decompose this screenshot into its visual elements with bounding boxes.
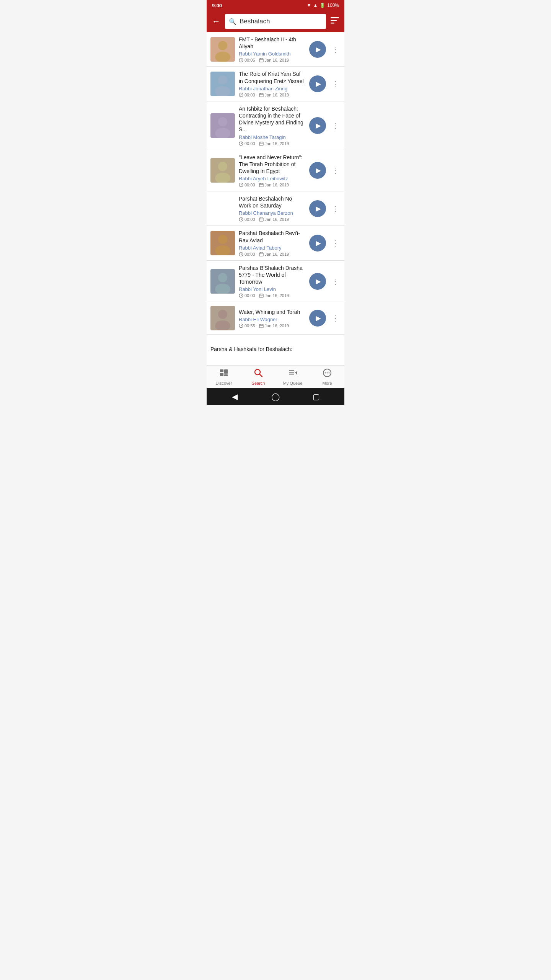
avatar xyxy=(210,158,235,183)
item-rabbi: Rabbi Aviad Tabory xyxy=(239,245,305,251)
status-time: 9:00 xyxy=(212,3,222,8)
nav-queue[interactable]: My Queue xyxy=(276,366,310,388)
play-button[interactable]: ▶ xyxy=(309,310,326,327)
item-meta: 00:00 Jan 16, 2019 xyxy=(239,93,305,97)
svg-point-21 xyxy=(218,117,227,126)
more-options-button[interactable]: ⋮ xyxy=(330,275,341,287)
bottom-nav: Discover Search My Queue xyxy=(207,365,344,388)
play-icon: ▶ xyxy=(316,166,321,175)
more-options-button[interactable]: ⋮ xyxy=(330,203,341,215)
svg-rect-75 xyxy=(220,373,223,376)
item-info: FMT - Beshalach II - 4th Aliyah Rabbi Ya… xyxy=(239,36,305,62)
avatar xyxy=(210,231,235,255)
home-system-button[interactable]: ◯ xyxy=(267,388,284,405)
nav-discover[interactable]: Discover xyxy=(207,366,241,388)
play-icon: ▶ xyxy=(316,204,321,213)
svg-rect-79 xyxy=(289,370,294,371)
svg-point-13 xyxy=(215,86,230,96)
item-date: Jan 16, 2019 xyxy=(259,323,289,328)
svg-point-64 xyxy=(218,310,227,319)
item-info: Parshat Beshalach No Work on Saturday Ra… xyxy=(239,195,305,222)
search-box[interactable]: 🔍 Beshalach xyxy=(225,14,326,29)
play-button[interactable]: ▶ xyxy=(309,273,326,290)
item-info: Parshat Beshalach Revi'i- Rav Aviad Rabb… xyxy=(239,230,305,256)
play-button[interactable]: ▶ xyxy=(309,162,326,179)
svg-point-30 xyxy=(218,162,227,171)
item-meta: 00:00 Jan 16, 2019 xyxy=(239,141,305,146)
play-button[interactable]: ▶ xyxy=(309,75,326,92)
item-duration: 00:00 xyxy=(239,183,255,187)
filter-button[interactable] xyxy=(329,16,341,28)
svg-point-55 xyxy=(218,273,227,282)
item-date: Jan 16, 2019 xyxy=(259,141,289,146)
item-info: "Leave and Never Return": The Torah Proh… xyxy=(239,154,305,188)
nav-search[interactable]: Search xyxy=(241,366,276,388)
header: ← 🔍 Beshalach xyxy=(207,11,344,32)
avatar xyxy=(210,37,235,62)
svg-rect-69 xyxy=(259,324,263,328)
more-options-button[interactable]: ⋮ xyxy=(330,78,341,90)
queue-icon xyxy=(288,368,297,380)
svg-point-12 xyxy=(218,75,227,85)
svg-point-31 xyxy=(215,173,230,183)
svg-rect-2 xyxy=(331,23,334,24)
svg-rect-60 xyxy=(259,294,263,297)
item-duration: 00:55 xyxy=(239,323,255,328)
more-options-button[interactable]: ⋮ xyxy=(330,237,341,249)
svg-point-86 xyxy=(329,372,330,374)
more-options-button[interactable]: ⋮ xyxy=(330,43,341,56)
play-button[interactable]: ▶ xyxy=(309,41,326,58)
svg-rect-35 xyxy=(259,183,263,187)
svg-point-84 xyxy=(325,372,326,374)
item-date: Jan 16, 2019 xyxy=(259,93,289,97)
item-date: Jan 16, 2019 xyxy=(259,252,289,256)
play-icon: ▶ xyxy=(316,239,321,247)
item-duration: 00:00 xyxy=(239,217,255,222)
item-meta: 00:00 Jan 16, 2019 xyxy=(239,183,305,187)
item-meta: 00:05 Jan 16, 2019 xyxy=(239,58,305,62)
play-button[interactable]: ▶ xyxy=(309,235,326,252)
back-system-button[interactable]: ◀ xyxy=(226,388,243,405)
svg-rect-76 xyxy=(224,374,228,376)
avatar xyxy=(210,269,235,294)
more-icon xyxy=(323,368,332,380)
svg-marker-82 xyxy=(295,371,297,375)
play-button[interactable]: ▶ xyxy=(309,200,326,217)
svg-point-22 xyxy=(215,128,230,138)
item-date: Jan 16, 2019 xyxy=(259,217,289,222)
search-input[interactable]: Beshalach xyxy=(240,18,322,25)
item-date: Jan 16, 2019 xyxy=(259,183,289,187)
play-button[interactable]: ▶ xyxy=(309,117,326,134)
more-options-button[interactable]: ⋮ xyxy=(330,119,341,132)
more-options-button[interactable]: ⋮ xyxy=(330,312,341,324)
svg-point-56 xyxy=(215,284,230,294)
item-rabbi: Rabbi Aryeh Leibowitz xyxy=(239,176,305,181)
wifi-icon: ▼ xyxy=(307,3,311,8)
back-button[interactable]: ← xyxy=(210,15,222,28)
item-rabbi: Rabbi Eli Wagner xyxy=(239,317,305,322)
svg-rect-26 xyxy=(259,142,263,145)
recents-system-button[interactable]: ▢ xyxy=(308,388,325,405)
item-duration: 00:00 xyxy=(239,293,255,298)
queue-label: My Queue xyxy=(283,381,303,385)
item-title: Water, Whining and Torah xyxy=(239,309,305,315)
item-title: "Leave and Never Return": The Torah Proh… xyxy=(239,154,305,175)
svg-point-65 xyxy=(215,320,230,330)
item-title: Parshas B'Shalach Drasha 5779 - The Worl… xyxy=(239,265,305,286)
item-meta: 00:00 Jan 16, 2019 xyxy=(239,217,305,222)
svg-rect-8 xyxy=(259,59,263,62)
system-nav-bar: ◀ ◯ ▢ xyxy=(207,388,344,405)
item-rabbi: Rabbi Moshe Taragin xyxy=(239,134,305,140)
more-options-button[interactable]: ⋮ xyxy=(330,164,341,176)
content-list: FMT - Beshalach II - 4th Aliyah Rabbi Ya… xyxy=(207,32,344,365)
svg-rect-81 xyxy=(289,374,294,375)
battery-level: 100% xyxy=(327,3,339,8)
search-nav-label: Search xyxy=(252,381,265,385)
item-info: The Role of Kriat Yam Suf in Conquering … xyxy=(239,70,305,97)
item-info: Parshas B'Shalach Drasha 5779 - The Worl… xyxy=(239,265,305,298)
search-nav-icon xyxy=(254,368,263,380)
nav-more[interactable]: More xyxy=(310,366,344,388)
item-duration: 00:00 xyxy=(239,252,255,256)
play-icon: ▶ xyxy=(316,314,321,322)
list-item: The Role of Kriat Yam Suf in Conquering … xyxy=(207,67,344,101)
